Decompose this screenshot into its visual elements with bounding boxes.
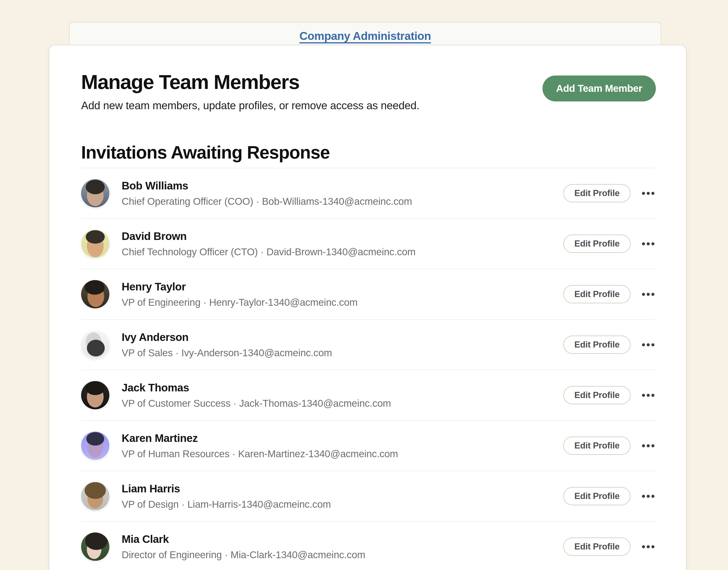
edit-profile-button[interactable]: Edit Profile <box>563 537 631 556</box>
row-actions: Edit Profile <box>563 184 656 203</box>
avatar <box>81 482 109 510</box>
ellipsis-icon[interactable] <box>641 189 656 198</box>
row-actions: Edit Profile <box>563 487 656 505</box>
member-meta: Chief Technology Officer (CTO) · David-B… <box>122 246 563 258</box>
edit-profile-button[interactable]: Edit Profile <box>563 285 631 303</box>
member-row: Ivy Anderson VP of Sales · Ivy-Anderson-… <box>81 319 656 370</box>
member-row: Jack Thomas VP of Customer Success · Jac… <box>81 370 656 420</box>
member-info: Liam Harris VP of Design · Liam-Harris-1… <box>122 482 563 510</box>
edit-profile-button[interactable]: Edit Profile <box>563 437 631 455</box>
row-actions: Edit Profile <box>563 437 656 455</box>
member-info: Mia Clark Director of Engineering · Mia-… <box>122 533 563 561</box>
row-actions: Edit Profile <box>563 386 656 404</box>
member-info: Jack Thomas VP of Customer Success · Jac… <box>122 381 563 409</box>
avatar <box>81 533 109 561</box>
member-name: Mia Clark <box>122 533 563 545</box>
member-meta: VP of Human Resources · Karen-Martinez-1… <box>122 448 563 460</box>
edit-profile-button[interactable]: Edit Profile <box>563 235 631 253</box>
member-name: Henry Taylor <box>122 280 563 293</box>
page-subtitle: Add new team members, update profiles, o… <box>81 99 420 112</box>
member-meta: Director of Engineering · Mia-Clark-1340… <box>122 549 563 561</box>
row-actions: Edit Profile <box>563 235 656 253</box>
ellipsis-icon[interactable] <box>641 390 656 400</box>
ellipsis-icon[interactable] <box>641 441 656 451</box>
member-row: David Brown Chief Technology Officer (CT… <box>81 218 656 269</box>
row-actions: Edit Profile <box>563 335 656 354</box>
row-actions: Edit Profile <box>563 537 656 556</box>
member-meta: VP of Customer Success · Jack-Thomas-134… <box>122 398 563 409</box>
member-row: Henry Taylor VP of Engineering · Henry-T… <box>81 269 656 319</box>
page-title: Manage Team Members <box>81 71 420 92</box>
member-info: Ivy Anderson VP of Sales · Ivy-Anderson-… <box>122 331 563 359</box>
company-administration-link[interactable]: Company Administration <box>299 30 431 42</box>
member-meta: VP of Sales · Ivy-Anderson-1340@acmeinc.… <box>122 347 563 359</box>
avatar <box>81 280 109 308</box>
row-actions: Edit Profile <box>563 285 656 303</box>
avatar <box>81 432 109 460</box>
edit-profile-button[interactable]: Edit Profile <box>563 386 631 404</box>
ellipsis-icon[interactable] <box>641 289 656 299</box>
avatar <box>81 230 109 258</box>
member-info: Bob Williams Chief Operating Officer (CO… <box>122 179 563 207</box>
member-meta: VP of Design · Liam-Harris-1340@acmeinc.… <box>122 499 563 510</box>
ellipsis-icon[interactable] <box>641 239 656 249</box>
member-meta: VP of Engineering · Henry-Taylor-1340@ac… <box>122 297 563 308</box>
member-row: Bob Williams Chief Operating Officer (CO… <box>81 168 656 218</box>
ellipsis-icon[interactable] <box>641 492 656 501</box>
add-team-member-button[interactable]: Add Team Member <box>543 75 656 101</box>
ellipsis-icon[interactable] <box>641 542 656 552</box>
edit-profile-button[interactable]: Edit Profile <box>563 184 631 203</box>
card-header: Manage Team Members Add new team members… <box>81 45 656 112</box>
avatar <box>81 179 109 207</box>
header-text: Manage Team Members Add new team members… <box>81 71 420 112</box>
member-row: Karen Martinez VP of Human Resources · K… <box>81 420 656 471</box>
member-info: David Brown Chief Technology Officer (CT… <box>122 230 563 258</box>
member-meta: Chief Operating Officer (COO) · Bob-Will… <box>122 196 563 207</box>
edit-profile-button[interactable]: Edit Profile <box>563 335 631 354</box>
member-row: Liam Harris VP of Design · Liam-Harris-1… <box>81 471 656 521</box>
member-info: Henry Taylor VP of Engineering · Henry-T… <box>122 280 563 308</box>
member-name: Ivy Anderson <box>122 331 563 343</box>
manage-team-card: Manage Team Members Add new team members… <box>49 45 687 570</box>
member-name: David Brown <box>122 230 563 243</box>
invitations-list: Bob Williams Chief Operating Officer (CO… <box>81 168 656 570</box>
member-name: Bob Williams <box>122 179 563 192</box>
member-info: Karen Martinez VP of Human Resources · K… <box>122 432 563 460</box>
member-name: Liam Harris <box>122 482 563 495</box>
invitations-section-heading: Invitations Awaiting Response <box>81 142 656 163</box>
avatar <box>81 330 109 359</box>
member-row: Mia Clark Director of Engineering · Mia-… <box>81 521 656 570</box>
ellipsis-icon[interactable] <box>641 340 656 350</box>
avatar <box>81 381 109 409</box>
member-name: Jack Thomas <box>122 381 563 394</box>
edit-profile-button[interactable]: Edit Profile <box>563 487 631 505</box>
member-name: Karen Martinez <box>122 432 563 445</box>
